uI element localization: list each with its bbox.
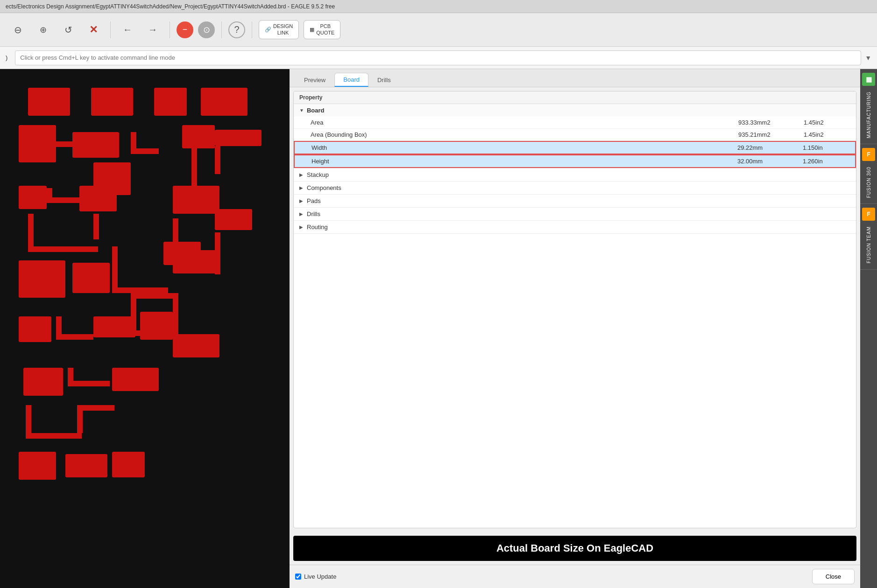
tab-board[interactable]: Board [334,73,368,87]
stop-icon: − [183,25,188,35]
svg-rect-51 [131,293,173,299]
svg-rect-41 [19,452,56,480]
svg-rect-37 [26,405,31,438]
design-link-button[interactable]: 🔗 DESIGNLINK [259,20,299,39]
command-input[interactable] [15,50,861,65]
height-val1: 32.00mm [737,158,803,165]
forward-button[interactable]: → [142,20,163,40]
help-icon: ? [234,24,239,35]
stop2-button[interactable]: ⊙ [198,21,215,38]
drills-label: Drills [307,210,320,217]
svg-rect-15 [215,146,220,174]
help-button[interactable]: ? [228,21,245,38]
board-section-header[interactable]: ▼ Board [294,104,856,117]
zoom-out-button[interactable]: ⊖ [7,20,28,40]
stackup-section[interactable]: ▶ Stackup [294,168,856,182]
svg-rect-1 [28,88,70,116]
svg-rect-42 [65,454,107,477]
svg-rect-33 [23,368,63,396]
pads-section[interactable]: ▶ Pads [294,195,856,208]
properties-panel: Preview Board Drills Property ▼ Board [290,69,860,588]
fusion-team-label[interactable]: FUSION TEAM [864,223,873,267]
x-button[interactable]: ✕ [83,20,104,40]
svg-rect-43 [112,452,145,477]
pcb-icon: ▦ [310,27,314,33]
svg-rect-47 [215,209,252,230]
area-row[interactable]: Area 933.33mm2 1.45in2 [294,117,856,129]
height-label: Height [311,158,737,165]
drills-section[interactable]: ▶ Drills [294,208,856,221]
separator2 [170,21,170,38]
fusion-team-icon[interactable]: F [862,208,875,221]
manufacturing-icon[interactable]: ▦ [862,73,875,86]
tab-drills[interactable]: Drills [368,73,400,87]
design-link-label: DESIGNLINK [273,23,293,35]
svg-rect-2 [91,88,133,116]
svg-rect-5 [19,125,56,162]
stop-button[interactable]: − [177,21,193,38]
routing-label: Routing [307,224,328,231]
components-section[interactable]: ▶ Components [294,182,856,195]
pcb-canvas [0,69,290,588]
zoom-in-button[interactable]: ⊕ [33,20,53,40]
commandbar-prefix: ) [6,54,11,61]
area-label: Area [311,119,738,126]
pads-label: Pads [307,197,321,204]
svg-rect-23 [19,260,65,298]
width-row[interactable]: Width 29.22mm 1.150in [294,141,856,154]
commandbar: ) ▼ [0,47,877,69]
bottom-bar: Live Update Close [290,565,860,588]
close-button[interactable]: Close [812,569,855,584]
manufacturing-label[interactable]: MANUFACTURING [864,88,873,142]
stop2-icon: ⊙ [203,25,210,35]
svg-rect-49 [173,293,178,340]
separator [110,21,111,38]
svg-rect-40 [77,405,114,411]
fusion360-icon[interactable]: F [862,148,875,161]
col2-header [738,94,804,101]
pcb-quote-button[interactable]: ▦ PCBQUOTE [304,20,340,39]
forward-icon: → [148,24,157,35]
svg-rect-52 [131,293,136,335]
chevron-down-icon: ▼ [299,108,304,113]
tab-preview[interactable]: Preview [295,73,334,87]
col3-header [804,94,850,101]
width-val2: 1.150in [803,144,849,151]
width-val1: 29.22mm [737,144,803,151]
height-val2: 1.260in [803,158,849,165]
svg-rect-21 [28,246,98,252]
chevron-right-icon: ▶ [299,172,303,177]
x-icon: ✕ [89,24,98,36]
height-row[interactable]: Height 32.00mm 1.260in [294,154,856,168]
col1-header: Property [299,94,738,101]
live-update-checkbox[interactable] [295,574,301,580]
routing-section[interactable]: ▶ Routing [294,221,856,234]
area-val1: 933.33mm2 [738,119,804,126]
chevron-right-icon5: ▶ [299,224,303,230]
panel-tabs: Preview Board Drills [290,69,860,87]
commandbar-dropdown-icon[interactable]: ▼ [865,54,871,62]
back-button[interactable]: ← [117,20,138,40]
fusion360-label[interactable]: FUSION 360 [864,163,873,202]
refresh-button[interactable]: ↺ [58,20,78,40]
table-header: Property [294,91,856,104]
separator4 [252,21,252,38]
live-update-text: Live Update [304,573,336,580]
svg-rect-31 [93,316,135,337]
live-update-label[interactable]: Live Update [295,573,336,580]
manufacturing-section: ▦ MANUFACTURING [860,69,877,144]
area-bounding-val2: 1.45in2 [804,131,850,138]
svg-rect-25 [112,246,118,293]
refresh-icon: ↺ [64,24,72,35]
svg-rect-20 [28,214,34,251]
title-text: ects/Electronics Design Assignment/Egypt… [6,3,335,10]
area-bounding-label: Area (Bounding Box) [311,131,738,138]
svg-rect-4 [201,88,248,116]
area-bounding-row[interactable]: Area (Bounding Box) 935.21mm2 1.45in2 [294,129,856,141]
svg-rect-9 [72,141,78,155]
svg-rect-30 [56,334,93,340]
svg-rect-53 [131,330,173,336]
svg-rect-6 [72,132,119,158]
pcb-quote-label: PCBQUOTE [316,23,334,35]
svg-rect-13 [215,130,262,146]
